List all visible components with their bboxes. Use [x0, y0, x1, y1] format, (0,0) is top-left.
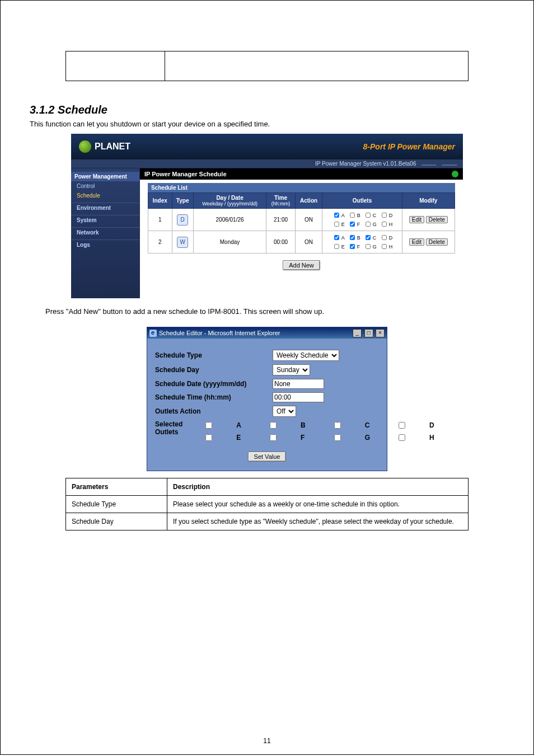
schedule-list-screenshot: PLANET 8-Port IP Power Manager IP Power …: [71, 134, 463, 298]
brand-logo: PLANET: [79, 140, 130, 153]
cell-modify: Edit Delete: [402, 231, 455, 253]
cell-outlets: ABCDEFGH: [322, 231, 402, 253]
sidebar-section-power[interactable]: Power Management: [71, 172, 139, 181]
popup-outlet-c[interactable]: C: [311, 420, 370, 430]
schedule-table: Index Type Day / Date Weekday / (yyyy/mm…: [148, 192, 455, 253]
popup-outlet-h-checkbox[interactable]: [378, 434, 426, 441]
outlet-h[interactable]: H: [380, 242, 393, 251]
maximize-icon[interactable]: □: [364, 329, 373, 337]
schedule-date-label: Schedule Date (yyyy/mm/dd): [155, 380, 273, 388]
brand-text: PLANET: [95, 142, 130, 152]
outlet-g[interactable]: G: [363, 242, 377, 251]
outlet-b[interactable]: B: [348, 211, 360, 219]
popup-outlet-e-checkbox[interactable]: [185, 434, 233, 441]
schedule-date-input[interactable]: [273, 379, 324, 389]
cell-action: ON: [295, 209, 322, 231]
outlet-b[interactable]: B: [348, 233, 360, 242]
popup-outlet-b[interactable]: B: [247, 420, 306, 430]
schedule-day-label: Schedule Day: [155, 366, 273, 374]
popup-outlet-g[interactable]: G: [311, 433, 370, 443]
popup-outlet-c-checkbox[interactable]: [313, 422, 362, 429]
outlet-f[interactable]: F: [348, 220, 360, 228]
selected-outlets-label: Selected Outlets: [155, 420, 182, 436]
th-type: Type: [172, 193, 193, 209]
parameters-table: Parameters Description Schedule TypePlea…: [65, 478, 469, 530]
status-dot-icon: [452, 171, 458, 177]
cell-index: 1: [148, 209, 172, 231]
table-row: 2WMonday00:00ONABCDEFGHEdit Delete: [148, 231, 455, 253]
sidebar: Power Management ControlScheduleEnvironm…: [71, 168, 139, 298]
th-index: Index: [148, 193, 172, 209]
outlet-c[interactable]: C: [363, 211, 377, 219]
window-buttons[interactable]: _ □ ×: [352, 328, 385, 337]
version-tab-b: [442, 165, 457, 166]
params-row: Schedule TypePlease select your schedule…: [66, 496, 469, 513]
outlet-c[interactable]: C: [363, 233, 377, 242]
schedule-time-input[interactable]: [273, 392, 324, 402]
globe-icon: [79, 140, 91, 153]
popup-outlet-f[interactable]: F: [247, 433, 306, 443]
outlet-h[interactable]: H: [380, 220, 393, 228]
popup-outlet-f-checkbox[interactable]: [249, 434, 297, 441]
page-number: 11: [0, 737, 534, 745]
outlet-d[interactable]: D: [380, 211, 393, 219]
param-name: Schedule Day: [66, 513, 167, 530]
popup-outlet-g-checkbox[interactable]: [313, 434, 362, 441]
popup-outlet-b-checkbox[interactable]: [249, 422, 297, 429]
cell-type: W: [172, 231, 193, 253]
sidebar-item-system[interactable]: System: [71, 215, 139, 225]
popup-outlet-h[interactable]: H: [376, 433, 434, 443]
product-title: 8-Port IP Power Manager: [363, 142, 455, 151]
edit-button[interactable]: Edit: [409, 238, 424, 246]
popup-outlet-a[interactable]: A: [182, 420, 241, 430]
param-name: Schedule Type: [66, 496, 167, 513]
page-heading: IP Power Manager Schedule: [144, 171, 227, 177]
popup-outlet-d[interactable]: D: [376, 420, 434, 430]
params-header-2: Description: [167, 478, 469, 496]
schedule-type-label: Schedule Type: [155, 351, 273, 359]
cell-daydate: 2006/01/26: [193, 209, 266, 231]
popup-title: Schedule Editor - Microsoft Internet Exp…: [159, 330, 280, 336]
outlet-g[interactable]: G: [363, 220, 377, 228]
th-action: Action: [295, 193, 322, 209]
popup-outlet-d-checkbox[interactable]: [378, 422, 426, 429]
set-value-button[interactable]: Set Value: [248, 452, 287, 462]
upper-table-right-cell: [165, 51, 469, 81]
cell-daydate: Monday: [193, 231, 266, 253]
cell-action: ON: [295, 231, 322, 253]
outlets-action-select[interactable]: Off: [273, 406, 296, 417]
ie-icon: [149, 330, 157, 337]
add-new-button[interactable]: Add New: [283, 260, 320, 270]
outlet-f[interactable]: F: [348, 242, 360, 251]
schedule-day-select[interactable]: Sunday: [273, 364, 310, 375]
outlet-e[interactable]: E: [332, 220, 345, 228]
sidebar-item-logs[interactable]: Logs: [71, 240, 139, 250]
params-row: Schedule DayIf you select schedule type …: [66, 513, 469, 530]
outlet-a[interactable]: A: [332, 233, 345, 242]
cell-index: 2: [148, 231, 172, 253]
popup-outlet-e[interactable]: E: [182, 433, 241, 443]
outlet-a[interactable]: A: [332, 211, 345, 219]
param-desc: If you select schedule type as "Weekly s…: [167, 513, 469, 530]
sidebar-item-schedule[interactable]: Schedule: [71, 191, 139, 200]
delete-button[interactable]: Delete: [426, 238, 448, 246]
close-icon[interactable]: ×: [376, 329, 385, 337]
schedule-type-select[interactable]: Weekly Schedule: [273, 350, 339, 361]
cell-time: 00:00: [266, 231, 295, 253]
edit-button[interactable]: Edit: [409, 216, 424, 223]
sidebar-item-control[interactable]: Control: [71, 181, 139, 191]
param-desc: Please select your schedule as a weekly …: [167, 496, 469, 513]
minimize-icon[interactable]: _: [353, 329, 362, 337]
outlet-e[interactable]: E: [332, 242, 345, 251]
cell-type: D: [172, 209, 193, 231]
th-time: Time (hh:mm): [266, 193, 295, 209]
popup-outlet-a-checkbox[interactable]: [185, 422, 233, 429]
th-modify: Modify: [402, 193, 455, 209]
outlet-d[interactable]: D: [380, 233, 393, 242]
upper-placeholder-table: [65, 51, 469, 81]
cell-outlets: ABCDEFGH: [322, 209, 402, 231]
sidebar-item-environment[interactable]: Environment: [71, 203, 139, 213]
sidebar-item-network[interactable]: Network: [71, 227, 139, 237]
delete-button[interactable]: Delete: [426, 216, 448, 223]
type-icon: D: [177, 214, 188, 226]
